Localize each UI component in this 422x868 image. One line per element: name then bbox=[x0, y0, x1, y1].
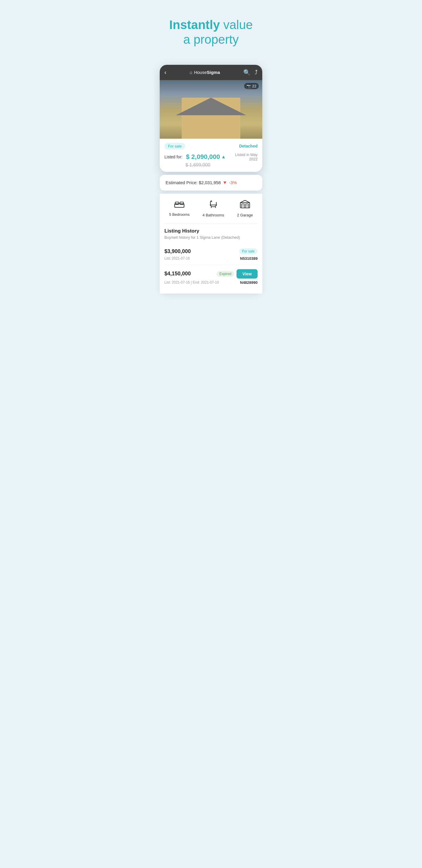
estimated-price-banner: Estimated Price: $2,031,958 ▼ -3% bbox=[160, 175, 262, 191]
features-row: 5 Bedrooms 4 Bathrooms bbox=[160, 193, 262, 223]
photo-icon: 📷 bbox=[247, 84, 251, 88]
garage-label: 2 Garage bbox=[237, 213, 253, 217]
share-icon[interactable]: ⤴ bbox=[255, 69, 258, 76]
listing-history-subtitle: Buy/sell history for 1 Sigma Lane (Detac… bbox=[164, 235, 258, 240]
svg-line-6 bbox=[211, 207, 212, 208]
price-row: Listed for: $ 2,090,000 ▲ Listed in May … bbox=[164, 153, 258, 161]
bathrooms-feature: 4 Bathrooms bbox=[202, 200, 224, 217]
history-price-2: $4,150,000 bbox=[164, 271, 191, 277]
history-id-2: N4828990 bbox=[240, 280, 258, 285]
current-price: $ 2,090,000 ▲ bbox=[186, 153, 226, 161]
garage-icon bbox=[240, 200, 250, 211]
hero-section: Instantly value a property bbox=[154, 0, 268, 56]
bathrooms-label: 4 Bathrooms bbox=[202, 213, 224, 217]
for-sale-badge: For sale bbox=[164, 143, 185, 150]
topbar-actions: 🔍 ⤴ bbox=[243, 69, 258, 76]
search-icon[interactable]: 🔍 bbox=[243, 69, 251, 76]
garage-feature: 2 Garage bbox=[237, 200, 253, 217]
listed-for-label: Listed for: bbox=[164, 155, 182, 159]
listing-history-title: Listing History bbox=[164, 228, 258, 234]
property-type-badge: Detached bbox=[239, 144, 258, 148]
home-icon: ⌂ bbox=[190, 70, 192, 75]
hero-title-bold: Instantly bbox=[169, 18, 220, 32]
estimated-price-text: Estimated Price: $2,031,958 bbox=[166, 180, 221, 185]
bedrooms-label: 5 Bedrooms bbox=[169, 212, 190, 217]
estimated-arrow-icon: ▼ bbox=[222, 180, 227, 185]
app-topbar: ‹ ⌂ HouseSigma 🔍 ⤴ bbox=[160, 65, 262, 80]
history-item-2-bottom: List: 2021-07-16 | End: 2021-07-10 N4828… bbox=[164, 280, 258, 285]
old-price: $ 1,699,000 bbox=[186, 162, 258, 168]
listing-history-section: Listing History Buy/sell history for 1 S… bbox=[160, 223, 262, 293]
phone-card-wrapper: ‹ ⌂ HouseSigma 🔍 ⤴ 📷 22 bbox=[154, 65, 268, 172]
bottom-card: 5 Bedrooms 4 Bathrooms bbox=[160, 193, 262, 293]
history-price-1: $3,900,000 bbox=[164, 248, 191, 254]
brand-name: HouseSigma bbox=[194, 70, 220, 75]
view-button[interactable]: View bbox=[236, 269, 258, 279]
bedrooms-feature: 5 Bedrooms bbox=[169, 200, 190, 217]
back-button[interactable]: ‹ bbox=[164, 69, 166, 76]
svg-rect-8 bbox=[240, 203, 250, 208]
photo-count-badge: 📷 22 bbox=[244, 83, 259, 89]
history-item-1-top: $3,900,000 For sale bbox=[164, 248, 258, 254]
price-up-icon: ▲ bbox=[221, 154, 226, 159]
svg-line-7 bbox=[215, 207, 216, 208]
history-item-2-actions: Expired View bbox=[217, 269, 258, 279]
history-item-2: $4,150,000 Expired View List: 2021-07-16… bbox=[164, 265, 258, 289]
estimated-percent: -3% bbox=[229, 180, 237, 185]
bed-icon bbox=[174, 200, 185, 210]
bottom-spacer bbox=[154, 293, 268, 305]
history-badge-1: For sale bbox=[239, 248, 258, 254]
hero-title-line2: a property bbox=[183, 33, 238, 46]
listing-badges: For sale Detached bbox=[164, 143, 258, 150]
history-id-1: N5310389 bbox=[240, 256, 258, 261]
svg-rect-10 bbox=[246, 204, 249, 208]
history-date-1: List: 2021-07-16 bbox=[164, 256, 190, 260]
listing-info: For sale Detached Listed for: $ 2,090,00… bbox=[160, 139, 262, 172]
history-item-1-bottom: List: 2021-07-16 N5310389 bbox=[164, 256, 258, 261]
svg-rect-9 bbox=[241, 204, 245, 208]
phone-card: ‹ ⌂ HouseSigma 🔍 ⤴ 📷 22 bbox=[160, 65, 262, 172]
hero-title: Instantly value a property bbox=[163, 18, 259, 47]
bath-icon bbox=[209, 200, 218, 211]
history-item-1: $3,900,000 For sale List: 2021-07-16 N53… bbox=[164, 244, 258, 265]
history-badge-2: Expired bbox=[217, 271, 234, 277]
history-date-2: List: 2021-07-16 | End: 2021-07-10 bbox=[164, 280, 219, 284]
listed-date: Listed in May 2022 bbox=[229, 153, 258, 161]
history-item-2-top: $4,150,000 Expired View bbox=[164, 269, 258, 279]
brand-logo: ⌂ HouseSigma bbox=[190, 70, 220, 75]
hero-title-light: value bbox=[220, 18, 253, 32]
house-image: 📷 22 bbox=[160, 80, 262, 139]
